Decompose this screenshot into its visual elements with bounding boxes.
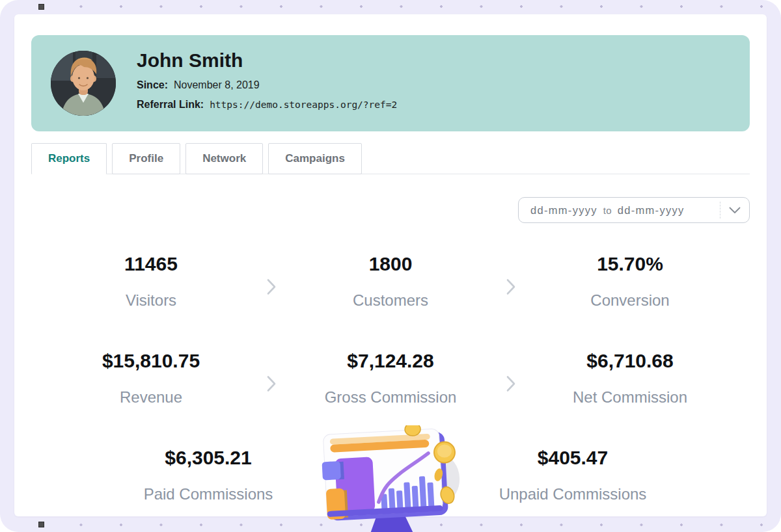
affiliate-name: John Smith bbox=[137, 49, 397, 72]
stat-gross-commission: $7,124.28 Gross Commission bbox=[271, 348, 510, 407]
conversion-label: Conversion bbox=[510, 291, 750, 310]
tab-profile[interactable]: Profile bbox=[112, 143, 180, 174]
since-line: Since: November 8, 2019 bbox=[137, 79, 397, 92]
tab-profile-label: Profile bbox=[129, 152, 163, 165]
chevron-right-icon bbox=[266, 278, 276, 298]
tab-reports[interactable]: Reports bbox=[31, 143, 107, 174]
avatar bbox=[51, 51, 116, 116]
paid-commissions-label: Paid Commissions bbox=[78, 485, 338, 504]
affiliate-info: John Smith Since: November 8, 2019 Refer… bbox=[137, 49, 397, 111]
unpaid-commissions-value: $405.47 bbox=[443, 445, 703, 471]
avatar-image bbox=[51, 51, 116, 116]
gross-commission-label: Gross Commission bbox=[271, 388, 510, 407]
referral-label: Referral Link: bbox=[137, 98, 204, 111]
date-from-placeholder: dd-mm-yyyy bbox=[530, 204, 597, 216]
tab-bar: Reports Profile Network Campaigns bbox=[31, 143, 362, 174]
chevron-down-icon[interactable] bbox=[720, 207, 749, 214]
selection-handle-bottom bbox=[38, 522, 44, 527]
date-range-picker[interactable]: dd-mm-yyyytodd-mm-yyyy bbox=[518, 197, 750, 223]
page-frame: John Smith Since: November 8, 2019 Refer… bbox=[0, 0, 781, 532]
tab-reports-label: Reports bbox=[48, 152, 90, 165]
conversion-value: 15.70% bbox=[510, 251, 750, 277]
visitors-value: 11465 bbox=[31, 251, 271, 277]
since-value: November 8, 2019 bbox=[174, 79, 260, 92]
analytics-monitor-illustration bbox=[316, 425, 463, 532]
stat-net-commission: $6,710.68 Net Commission bbox=[510, 348, 750, 407]
decorative-dots-top bbox=[0, 5, 781, 8]
tab-network-label: Network bbox=[202, 152, 246, 165]
tab-campaigns[interactable]: Campaigns bbox=[268, 143, 362, 174]
net-commission-label: Net Commission bbox=[510, 388, 750, 407]
analytics-monitor-graphic bbox=[316, 425, 463, 532]
tab-network[interactable]: Network bbox=[185, 143, 263, 174]
gross-commission-value: $7,124.28 bbox=[271, 348, 510, 374]
since-label: Since: bbox=[137, 79, 168, 92]
date-range-text: dd-mm-yyyytodd-mm-yyyy bbox=[519, 204, 685, 217]
net-commission-value: $6,710.68 bbox=[510, 348, 750, 374]
date-to-placeholder: dd-mm-yyyy bbox=[618, 204, 685, 216]
revenue-label: Revenue bbox=[31, 388, 271, 407]
chevron-right-icon bbox=[506, 375, 516, 395]
stat-unpaid-commissions: $405.47 Unpaid Commissions bbox=[443, 445, 703, 504]
referral-url[interactable]: https://demo.storeapps.org/?ref=2 bbox=[210, 98, 397, 111]
affiliate-header: John Smith Since: November 8, 2019 Refer… bbox=[31, 35, 750, 131]
stat-visitors: 11465 Visitors bbox=[31, 251, 271, 310]
chevron-right-icon bbox=[506, 278, 516, 298]
stat-paid-commissions: $6,305.21 Paid Commissions bbox=[78, 445, 338, 504]
revenue-value: $15,810.75 bbox=[31, 348, 271, 374]
referral-line: Referral Link: https://demo.storeapps.or… bbox=[137, 98, 397, 111]
visitors-label: Visitors bbox=[31, 291, 271, 310]
customers-value: 1800 bbox=[271, 251, 510, 277]
stats-row-traffic: 11465 Visitors 1800 Customers 15.70% Con… bbox=[31, 251, 750, 310]
chevron-right-icon bbox=[266, 375, 276, 395]
date-range-separator: to bbox=[603, 205, 612, 216]
stats-row-revenue: $15,810.75 Revenue $7,124.28 Gross Commi… bbox=[31, 348, 750, 407]
tab-campaigns-label: Campaigns bbox=[285, 152, 345, 165]
stat-customers: 1800 Customers bbox=[271, 251, 510, 310]
paid-commissions-value: $6,305.21 bbox=[78, 445, 338, 471]
unpaid-commissions-label: Unpaid Commissions bbox=[443, 485, 703, 504]
stat-revenue: $15,810.75 Revenue bbox=[31, 348, 271, 407]
customers-label: Customers bbox=[271, 291, 510, 310]
stat-conversion: 15.70% Conversion bbox=[510, 251, 750, 310]
selection-handle-top bbox=[38, 4, 44, 10]
